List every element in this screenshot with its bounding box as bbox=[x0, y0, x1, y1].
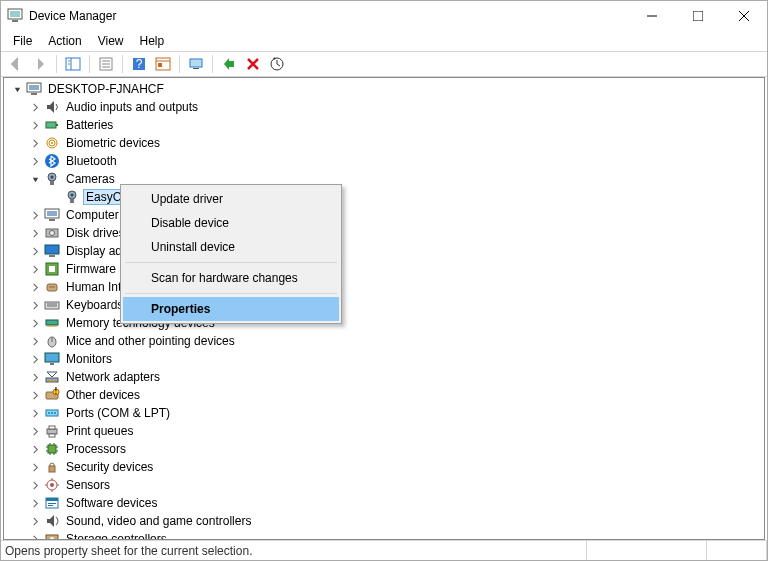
tree-category[interactable]: Storage controllers bbox=[8, 530, 764, 539]
tree-category[interactable]: Ports (COM & LPT) bbox=[8, 404, 764, 422]
menu-help[interactable]: Help bbox=[132, 32, 173, 50]
tree-category[interactable]: Batteries bbox=[8, 116, 764, 134]
svg-text:?: ? bbox=[136, 57, 143, 71]
chevron-right-icon[interactable] bbox=[28, 280, 42, 294]
svg-rect-77 bbox=[49, 434, 55, 437]
chevron-right-icon[interactable] bbox=[28, 262, 42, 276]
tree-category[interactable]: Sensors bbox=[8, 476, 764, 494]
menu-action[interactable]: Action bbox=[40, 32, 89, 50]
other-icon: ! bbox=[44, 387, 60, 403]
tree-category-label: Monitors bbox=[64, 352, 114, 366]
properties-button[interactable] bbox=[95, 53, 117, 75]
help-button[interactable]: ? bbox=[128, 53, 150, 75]
tree-category[interactable]: Mice and other pointing devices bbox=[8, 332, 764, 350]
chevron-right-icon[interactable] bbox=[28, 388, 42, 402]
chevron-right-icon[interactable] bbox=[28, 298, 42, 312]
enable-device-button[interactable] bbox=[218, 53, 240, 75]
menubar: File Action View Help bbox=[1, 31, 767, 51]
chevron-right-icon[interactable] bbox=[28, 514, 42, 528]
sensor-icon bbox=[44, 477, 60, 493]
ctx-update-driver[interactable]: Update driver bbox=[123, 187, 339, 211]
ctx-separator bbox=[125, 293, 337, 294]
scan-hardware-button[interactable] bbox=[266, 53, 288, 75]
chevron-right-icon[interactable] bbox=[28, 136, 42, 150]
ctx-properties[interactable]: Properties bbox=[123, 297, 339, 321]
tree-category-label: Keyboards bbox=[64, 298, 125, 312]
bluetooth-icon bbox=[44, 153, 60, 169]
window-title: Device Manager bbox=[29, 9, 629, 23]
chevron-right-icon[interactable] bbox=[28, 334, 42, 348]
tree-category[interactable]: Bluetooth bbox=[8, 152, 764, 170]
software-icon bbox=[44, 495, 60, 511]
tree-category-label: Cameras bbox=[64, 172, 117, 186]
tree-category-label: Mice and other pointing devices bbox=[64, 334, 237, 348]
back-button bbox=[5, 53, 27, 75]
close-button[interactable] bbox=[721, 1, 767, 31]
tree-category[interactable]: Print queues bbox=[8, 422, 764, 440]
tree-category-label: Batteries bbox=[64, 118, 115, 132]
chevron-right-icon[interactable] bbox=[28, 154, 42, 168]
chevron-right-icon[interactable] bbox=[28, 226, 42, 240]
minimize-button[interactable] bbox=[629, 1, 675, 31]
svg-rect-62 bbox=[45, 353, 59, 362]
tree-category[interactable]: Biometric devices bbox=[8, 134, 764, 152]
svg-rect-78 bbox=[48, 445, 56, 453]
tree-category[interactable]: Network adapters bbox=[8, 368, 764, 386]
computer-icon bbox=[44, 207, 60, 223]
tree-category[interactable]: Audio inputs and outputs bbox=[8, 98, 764, 116]
chevron-right-icon[interactable] bbox=[28, 478, 42, 492]
chevron-right-icon[interactable] bbox=[28, 100, 42, 114]
menu-view[interactable]: View bbox=[90, 32, 132, 50]
uninstall-device-button[interactable] bbox=[242, 53, 264, 75]
maximize-button[interactable] bbox=[675, 1, 721, 31]
firmware-icon bbox=[44, 261, 60, 277]
svg-rect-28 bbox=[46, 122, 56, 128]
chevron-right-icon[interactable] bbox=[28, 118, 42, 132]
tree-category[interactable]: Sound, video and game controllers bbox=[8, 512, 764, 530]
ctx-disable-device[interactable]: Disable device bbox=[123, 211, 339, 235]
update-driver-button[interactable] bbox=[185, 53, 207, 75]
tree-category-label: Audio inputs and outputs bbox=[64, 100, 200, 114]
svg-rect-96 bbox=[48, 503, 56, 504]
chevron-right-icon[interactable] bbox=[28, 442, 42, 456]
show-hide-console-tree-button[interactable] bbox=[62, 53, 84, 75]
svg-rect-20 bbox=[190, 59, 202, 67]
chevron-right-icon[interactable] bbox=[28, 424, 42, 438]
svg-rect-95 bbox=[46, 498, 58, 501]
tree-category[interactable]: !Other devices bbox=[8, 386, 764, 404]
chevron-right-icon[interactable] bbox=[28, 244, 42, 258]
chevron-right-icon[interactable] bbox=[28, 208, 42, 222]
ctx-scan-hardware[interactable]: Scan for hardware changes bbox=[123, 266, 339, 290]
chevron-right-icon[interactable] bbox=[28, 352, 42, 366]
chevron-right-icon[interactable] bbox=[28, 532, 42, 539]
device-tree[interactable]: DESKTOP-FJNAHCF Audio inputs and outputs… bbox=[4, 78, 764, 539]
tree-category[interactable]: Processors bbox=[8, 440, 764, 458]
tree-category[interactable]: Monitors bbox=[8, 350, 764, 368]
toolbar-separator bbox=[56, 55, 57, 73]
tree-category[interactable]: Software devices bbox=[8, 494, 764, 512]
svg-point-35 bbox=[51, 176, 54, 179]
svg-rect-63 bbox=[50, 363, 54, 365]
camera-icon bbox=[64, 189, 80, 205]
svg-rect-36 bbox=[50, 181, 54, 185]
chevron-right-icon[interactable] bbox=[28, 316, 42, 330]
action-list-button[interactable] bbox=[152, 53, 174, 75]
chevron-down-icon[interactable] bbox=[10, 82, 24, 96]
mouse-icon bbox=[44, 333, 60, 349]
ctx-uninstall-device[interactable]: Uninstall device bbox=[123, 235, 339, 259]
chevron-right-icon[interactable] bbox=[28, 496, 42, 510]
context-menu: Update driver Disable device Uninstall d… bbox=[120, 184, 342, 324]
security-icon bbox=[44, 459, 60, 475]
chevron-right-icon[interactable] bbox=[28, 370, 42, 384]
toolbar: ? bbox=[1, 51, 767, 77]
chevron-down-icon[interactable] bbox=[28, 172, 42, 186]
tree-category-label: Human Int bbox=[64, 280, 123, 294]
tree-root[interactable]: DESKTOP-FJNAHCF bbox=[8, 80, 764, 98]
tree-category[interactable]: Security devices bbox=[8, 458, 764, 476]
tree-category-label: Ports (COM & LPT) bbox=[64, 406, 172, 420]
chevron-right-icon[interactable] bbox=[28, 406, 42, 420]
menu-file[interactable]: File bbox=[5, 32, 40, 50]
svg-rect-41 bbox=[47, 211, 57, 216]
chevron-right-icon[interactable] bbox=[28, 460, 42, 474]
port-icon bbox=[44, 405, 60, 421]
